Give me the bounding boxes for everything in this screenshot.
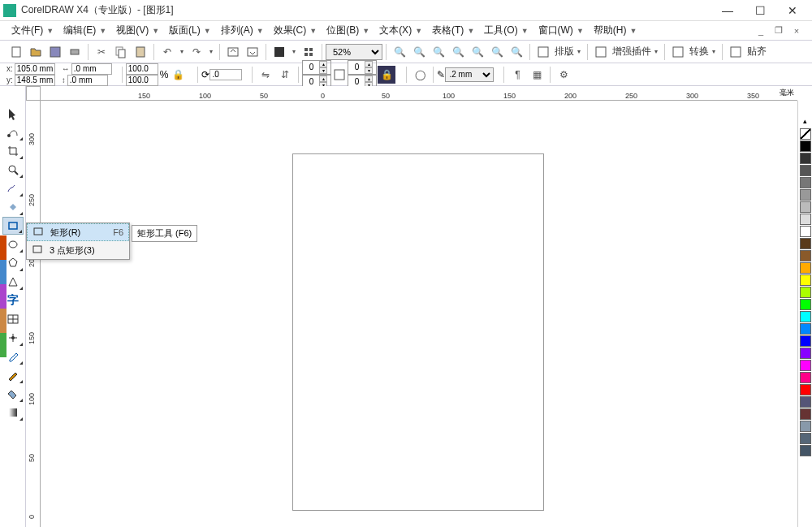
tb-right-label-3[interactable]: 贴齐 xyxy=(747,45,767,58)
crop-tool[interactable] xyxy=(2,142,24,160)
outline-tool[interactable] xyxy=(2,366,24,384)
swatch-16[interactable] xyxy=(800,323,811,335)
menu-5[interactable]: 效果(C)▼ xyxy=(269,22,322,40)
outline-width-select[interactable]: .2 mm xyxy=(445,67,494,82)
new-button[interactable] xyxy=(7,43,25,61)
swatch-8[interactable] xyxy=(800,226,811,237)
x-input[interactable] xyxy=(15,63,55,75)
wrap-text-button[interactable]: ¶ xyxy=(508,66,526,84)
doc-close-button[interactable]: × xyxy=(789,24,804,37)
menu-1[interactable]: 编辑(E)▼ xyxy=(58,22,111,40)
redo-button[interactable]: ↷ xyxy=(188,43,205,61)
horizontal-ruler[interactable]: 毫米 15010050050100150200250300350 xyxy=(41,86,797,101)
swatch-10[interactable] xyxy=(800,250,811,261)
swatch-18[interactable] xyxy=(800,348,811,359)
shape-tool[interactable] xyxy=(2,123,24,141)
zoom-selection-button[interactable]: 🔍 xyxy=(449,43,467,61)
swatch-0[interactable] xyxy=(800,128,811,140)
tb-right-icon-3[interactable] xyxy=(727,43,745,61)
print-button[interactable] xyxy=(66,43,84,61)
swatch-6[interactable] xyxy=(800,201,811,213)
undo-dropdown[interactable]: ▾ xyxy=(178,43,186,61)
menu-3[interactable]: 版面(L)▼ xyxy=(164,22,216,40)
flyout-item-0[interactable]: 矩形(R)F6 xyxy=(27,223,129,241)
open-button[interactable] xyxy=(27,43,45,61)
freehand-tool[interactable] xyxy=(2,179,24,197)
zoom-in-button[interactable]: 🔍 xyxy=(391,43,408,61)
height-input[interactable] xyxy=(67,75,108,86)
menu-6[interactable]: 位图(B)▼ xyxy=(322,22,374,40)
tb-right-icon-2[interactable] xyxy=(669,43,687,61)
doc-restore-button[interactable]: ❐ xyxy=(771,24,786,37)
rotation-input[interactable] xyxy=(209,69,242,80)
swatch-21[interactable] xyxy=(800,384,811,395)
corner-tr-spinner[interactable]: ▴▾ xyxy=(348,60,377,75)
export-button[interactable] xyxy=(244,43,261,61)
width-input[interactable] xyxy=(71,63,112,75)
swatch-25[interactable] xyxy=(800,433,811,444)
menu-4[interactable]: 排列(A)▼ xyxy=(216,22,269,40)
tb-right-label-2[interactable]: 转换 xyxy=(689,45,709,58)
swatch-1[interactable] xyxy=(800,140,811,152)
menu-9[interactable]: 工具(O)▼ xyxy=(479,22,533,40)
swatch-9[interactable] xyxy=(800,238,811,249)
menu-8[interactable]: 表格(T)▼ xyxy=(427,22,479,40)
swatch-7[interactable] xyxy=(800,214,811,225)
corner-lock-button[interactable]: 🔒 xyxy=(378,66,395,84)
tb-right-label-1[interactable]: 增强插件 xyxy=(612,45,651,58)
zoom-select[interactable]: 52% xyxy=(326,44,382,60)
lock-ratio-button[interactable]: 🔒 xyxy=(169,66,187,84)
corner-tl-spinner[interactable]: ▴▾ xyxy=(302,60,331,75)
zoom-page-button[interactable]: 🔍 xyxy=(469,43,486,61)
tb-right-label-0[interactable]: 排版 xyxy=(555,45,574,58)
swatch-4[interactable] xyxy=(800,177,811,188)
copy-button[interactable] xyxy=(112,43,130,61)
tb-right-arrow-1[interactable]: ▾ xyxy=(652,43,660,61)
import-button[interactable] xyxy=(224,43,242,61)
undo-button[interactable]: ↶ xyxy=(158,43,176,61)
save-button[interactable] xyxy=(46,43,64,61)
menu-0[interactable]: 文件(F)▼ xyxy=(6,22,58,40)
swatch-2[interactable] xyxy=(800,153,811,164)
behind-fill-button[interactable]: ▦ xyxy=(528,66,546,84)
scale-x-input[interactable] xyxy=(126,63,158,75)
swatch-23[interactable] xyxy=(800,408,811,420)
zoom-height-button[interactable]: 🔍 xyxy=(508,43,525,61)
rectangle-tool[interactable] xyxy=(2,217,24,235)
tb-right-icon-1[interactable] xyxy=(592,43,610,61)
tb-right-arrow-0[interactable]: ▾ xyxy=(575,43,583,61)
paste-button[interactable] xyxy=(132,43,149,61)
menu-2[interactable]: 视图(V)▼ xyxy=(111,22,164,40)
menu-11[interactable]: 帮助(H)▼ xyxy=(589,22,642,40)
to-curve-button[interactable]: ◯ xyxy=(411,66,429,84)
ruler-origin-button[interactable] xyxy=(26,86,41,101)
zoom-tool[interactable] xyxy=(2,161,24,179)
swatch-5[interactable] xyxy=(800,189,811,201)
zoom-fit-button[interactable]: 🔍 xyxy=(430,43,447,61)
pick-tool[interactable] xyxy=(2,105,24,123)
tb-right-icon-0[interactable] xyxy=(534,43,552,61)
smart-fill-tool[interactable] xyxy=(2,198,24,216)
swatch-14[interactable] xyxy=(800,299,811,310)
menu-7[interactable]: 文本(X)▼ xyxy=(374,22,427,40)
tb-right-arrow-2[interactable]: ▾ xyxy=(710,43,718,61)
interactive-fill-tool[interactable] xyxy=(2,404,24,421)
scale-y-input[interactable] xyxy=(126,75,158,86)
zoom-out-button[interactable]: 🔍 xyxy=(410,43,428,61)
zoom-width-button[interactable]: 🔍 xyxy=(488,43,506,61)
y-input[interactable] xyxy=(15,75,55,86)
fill-tool[interactable] xyxy=(2,385,24,403)
minimize-button[interactable]: — xyxy=(711,1,744,20)
menu-10[interactable]: 窗口(W)▼ xyxy=(533,22,589,40)
swatch-11[interactable] xyxy=(800,262,811,274)
welcome-button[interactable] xyxy=(300,43,317,61)
swatch-17[interactable] xyxy=(800,335,811,347)
swatch-12[interactable] xyxy=(800,274,811,286)
close-button[interactable]: ✕ xyxy=(776,1,809,20)
swatch-22[interactable] xyxy=(800,396,811,408)
options-button[interactable]: ⚙ xyxy=(555,66,572,84)
vertical-ruler[interactable]: 300250200150100500 xyxy=(26,101,41,527)
swatch-19[interactable] xyxy=(800,360,811,371)
doc-minimize-button[interactable]: _ xyxy=(754,24,768,37)
cut-button[interactable]: ✂ xyxy=(93,43,110,61)
